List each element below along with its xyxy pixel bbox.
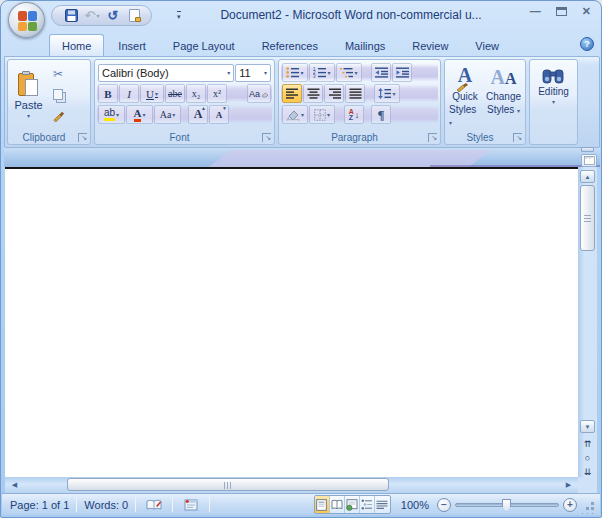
undo-dropdown-caret[interactable]: ▾: [96, 12, 99, 19]
cut-button[interactable]: ✂: [48, 64, 68, 83]
bullets-dropdown-caret[interactable]: ▾: [300, 69, 303, 76]
document-page[interactable]: [5, 167, 578, 477]
multilevel-dropdown-caret[interactable]: ▾: [354, 69, 357, 76]
font-size-value: 11: [239, 67, 250, 79]
font-dialog-launcher[interactable]: ↘: [262, 133, 271, 142]
change-case-button[interactable]: Aa▾: [154, 105, 181, 124]
text-highlight-button[interactable]: ab▾: [98, 105, 125, 124]
macro-record-button[interactable]: [180, 496, 202, 514]
paste-dropdown-caret[interactable]: ▾: [27, 112, 30, 119]
web-layout-view-button[interactable]: [345, 496, 360, 513]
font-size-combo[interactable]: 11 ▾: [235, 64, 271, 82]
undo-button[interactable]: ↶ ▾: [83, 7, 101, 24]
clear-formatting-button[interactable]: Aa: [247, 84, 271, 103]
bold-button[interactable]: B: [98, 84, 118, 103]
multilevel-list-button[interactable]: ▾: [336, 63, 362, 82]
close-button[interactable]: ✕: [582, 6, 591, 17]
horizontal-scrollbar[interactable]: ◀ ▶: [5, 477, 578, 493]
subscript-button[interactable]: x₂: [186, 84, 206, 103]
font-name-combo[interactable]: Calibri (Body) ▾: [98, 64, 234, 82]
tab-insert[interactable]: Insert: [105, 34, 159, 56]
zoom-slider-track[interactable]: [455, 503, 559, 507]
font-color-button[interactable]: A▾: [126, 105, 153, 124]
zoom-in-button[interactable]: +: [563, 498, 577, 512]
numbering-dropdown-caret[interactable]: ▾: [327, 69, 330, 76]
left-arrow-icon: ◀: [12, 481, 17, 489]
scroll-down-button[interactable]: ▼: [580, 420, 595, 433]
numbering-button[interactable]: 1 2 3 ▾: [309, 63, 335, 82]
page-count-status[interactable]: Page: 1 of 1: [10, 499, 69, 511]
paint-bucket-icon: [286, 109, 300, 121]
font-color-dropdown-caret[interactable]: ▾: [142, 111, 145, 118]
protect-document-button[interactable]: [125, 7, 143, 24]
tab-view[interactable]: View: [462, 34, 512, 56]
clipboard-dialog-launcher[interactable]: ↘: [78, 133, 87, 142]
scroll-up-button[interactable]: ▲: [580, 170, 595, 183]
help-button[interactable]: ?: [580, 37, 594, 51]
tab-references[interactable]: References: [249, 34, 331, 56]
paragraph-dialog-launcher[interactable]: ↘: [428, 133, 437, 142]
scroll-left-button[interactable]: ◀: [8, 478, 21, 491]
justify-button[interactable]: [345, 84, 365, 103]
draft-view-button[interactable]: [375, 496, 390, 513]
paste-button[interactable]: Paste ▾: [10, 62, 47, 129]
underline-dropdown-caret[interactable]: ▾: [155, 90, 158, 97]
editing-dropdown-caret[interactable]: ▾: [552, 99, 555, 107]
grow-font-button[interactable]: A▲: [188, 105, 208, 124]
change-styles-button[interactable]: AA Change Styles ▾: [484, 62, 523, 129]
outline-view-button[interactable]: [360, 496, 375, 513]
italic-button[interactable]: I: [119, 84, 139, 103]
tab-review[interactable]: Review: [399, 34, 461, 56]
shrink-font-button[interactable]: A▼: [209, 105, 229, 124]
sort-button[interactable]: A Z ↓: [344, 105, 364, 124]
print-layout-view-button[interactable]: [315, 496, 330, 513]
show-hide-formatting-button[interactable]: ¶: [371, 105, 391, 124]
copy-button[interactable]: [48, 85, 68, 104]
quick-styles-dropdown-caret[interactable]: ▾: [449, 120, 452, 126]
bullets-button[interactable]: ▾: [282, 63, 308, 82]
scroll-right-button[interactable]: ▶: [562, 478, 575, 491]
view-ruler-toggle-button[interactable]: [581, 154, 597, 167]
underline-button[interactable]: U▾: [140, 84, 164, 103]
zoom-out-button[interactable]: −: [437, 498, 451, 512]
editing-button[interactable]: Editing ▾: [536, 62, 571, 129]
tab-mailings[interactable]: Mailings: [332, 34, 398, 56]
align-left-button[interactable]: [282, 84, 302, 103]
borders-button[interactable]: ▾: [309, 105, 335, 124]
decrease-indent-button[interactable]: [371, 63, 391, 82]
line-spacing-button[interactable]: ▾: [374, 84, 400, 103]
redo-button[interactable]: ↺: [104, 7, 122, 24]
maximize-button[interactable]: [556, 7, 567, 16]
word-count-status[interactable]: Words: 0: [84, 499, 128, 511]
previous-page-button[interactable]: ⇈: [580, 437, 595, 450]
vertical-scrollbar-thumb[interactable]: [580, 185, 595, 251]
strikethrough-button[interactable]: abe: [165, 84, 185, 103]
borders-dropdown-caret[interactable]: ▾: [327, 111, 330, 118]
proofing-status-button[interactable]: [143, 496, 165, 514]
tab-home[interactable]: Home: [49, 34, 104, 56]
shading-dropdown-caret[interactable]: ▾: [301, 111, 304, 118]
vertical-scrollbar[interactable]: ▲ ▼ ⇈ ○ ⇊: [578, 167, 597, 477]
split-document-handle[interactable]: [581, 147, 594, 152]
tab-page-layout[interactable]: Page Layout: [160, 34, 248, 56]
quick-styles-button[interactable]: A Quick Styles ▾: [447, 62, 483, 129]
format-painter-button[interactable]: [48, 106, 68, 125]
save-button[interactable]: [62, 7, 80, 24]
resize-grip[interactable]: [583, 500, 596, 515]
highlight-dropdown-caret[interactable]: ▾: [116, 111, 119, 118]
horizontal-scrollbar-thumb[interactable]: [67, 478, 389, 491]
align-right-button[interactable]: [324, 84, 344, 103]
change-styles-dropdown-caret[interactable]: ▾: [517, 108, 520, 114]
increase-indent-button[interactable]: [392, 63, 412, 82]
line-spacing-dropdown-caret[interactable]: ▾: [392, 90, 395, 97]
styles-dialog-launcher[interactable]: ↘: [513, 133, 522, 142]
full-screen-reading-view-button[interactable]: [330, 496, 345, 513]
select-browse-object-button[interactable]: ○: [580, 451, 595, 464]
align-center-button[interactable]: [303, 84, 323, 103]
zoom-level-button[interactable]: 100%: [401, 499, 429, 511]
minimize-button[interactable]: —: [530, 6, 541, 17]
zoom-slider-thumb[interactable]: [502, 499, 511, 512]
superscript-button[interactable]: x²: [207, 84, 227, 103]
office-button[interactable]: [8, 2, 45, 38]
shading-button[interactable]: ▾: [282, 105, 308, 124]
